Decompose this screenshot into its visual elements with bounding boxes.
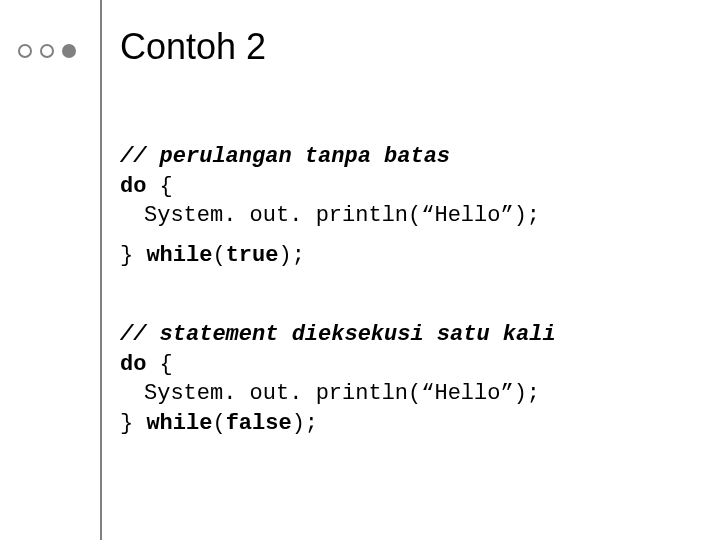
code-comment: // statement dieksekusi satu kali bbox=[120, 320, 556, 350]
code-line: } while(true); bbox=[120, 241, 540, 271]
code-line: do { bbox=[120, 172, 540, 202]
code-comment: // perulangan tanpa batas bbox=[120, 142, 540, 172]
code-line: System. out. println(“Hello”); bbox=[120, 201, 540, 231]
code-line: System. out. println(“Hello”); bbox=[120, 379, 556, 409]
code-line: } while(false); bbox=[120, 409, 556, 439]
code-line: do { bbox=[120, 350, 556, 380]
code-example-1: // perulangan tanpa batas do { System. o… bbox=[120, 142, 540, 271]
bullet-icon bbox=[40, 44, 54, 58]
slide-bullets bbox=[18, 44, 76, 58]
vertical-divider bbox=[100, 0, 102, 540]
slide-title: Contoh 2 bbox=[120, 26, 266, 68]
bullet-icon bbox=[62, 44, 76, 58]
bullet-icon bbox=[18, 44, 32, 58]
code-example-2: // statement dieksekusi satu kali do { S… bbox=[120, 320, 556, 439]
